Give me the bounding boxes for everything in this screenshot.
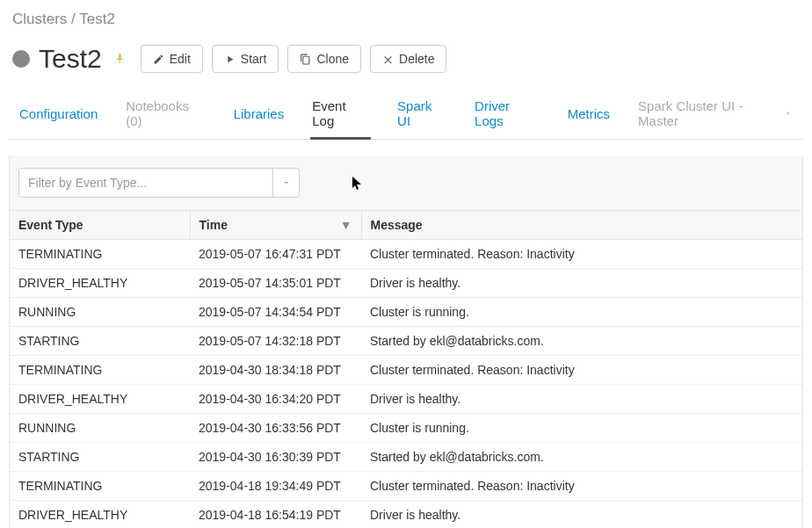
cell-event-type: STARTING	[10, 443, 190, 472]
chevron-down-icon	[281, 177, 292, 188]
cell-time: 2019-05-07 14:35:01 PDT	[190, 269, 361, 298]
col-event-type[interactable]: Event Type	[10, 211, 190, 240]
cell-time: 2019-04-30 16:30:39 PDT	[190, 443, 361, 472]
table-row[interactable]: TERMINATING2019-04-30 18:34:18 PDTCluste…	[10, 356, 802, 385]
clone-label: Clone	[316, 52, 349, 66]
tab-libraries[interactable]: Libraries	[232, 99, 286, 133]
tab-configuration[interactable]: Configuration	[18, 99, 99, 133]
tab-notebooks[interactable]: Notebooks (0)	[124, 91, 207, 140]
cell-message: Cluster is running.	[361, 414, 802, 443]
col-time[interactable]: Time ▼	[190, 211, 361, 240]
pin-icon[interactable]	[114, 52, 127, 67]
tab-metrics[interactable]: Metrics	[566, 99, 612, 133]
cell-time: 2019-04-30 16:33:56 PDT	[190, 414, 361, 443]
cell-time: 2019-05-07 14:32:18 PDT	[190, 327, 361, 356]
cell-message: Started by ekl@databricks.com.	[361, 327, 802, 356]
breadcrumb-root[interactable]: Clusters	[12, 11, 67, 27]
close-icon	[382, 54, 394, 65]
cluster-name: Test2	[39, 44, 102, 74]
tabs: Configuration Notebooks (0) Libraries Ev…	[9, 91, 803, 140]
cell-event-type: DRIVER_HEALTHY	[10, 501, 190, 529]
edit-button[interactable]: Edit	[141, 45, 203, 73]
tab-spark-cluster-ui-label: Spark Cluster UI - Master	[638, 98, 780, 128]
cell-event-type: TERMINATING	[10, 472, 190, 501]
delete-label: Delete	[399, 52, 434, 66]
cell-message: Cluster terminated. Reason: Inactivity	[361, 240, 802, 269]
cell-time: 2019-05-07 16:47:31 PDT	[190, 240, 361, 269]
table-row[interactable]: STARTING2019-05-07 14:32:18 PDTStarted b…	[10, 327, 802, 356]
mouse-cursor-icon	[352, 177, 363, 193]
cell-message: Started by ekl@databricks.com.	[361, 443, 802, 472]
cluster-status-dot-icon	[12, 50, 30, 68]
breadcrumb-sep: /	[67, 11, 79, 27]
start-button[interactable]: Start	[212, 45, 279, 73]
cell-message: Driver is healthy.	[361, 501, 802, 529]
event-log-panel: Event Type Time ▼ Message TERMINATING201…	[9, 156, 803, 528]
col-message-label: Message	[371, 218, 423, 232]
panel-toolbar	[10, 156, 802, 211]
cell-event-type: TERMINATING	[10, 356, 190, 385]
cell-message: Cluster terminated. Reason: Inactivity	[361, 356, 802, 385]
breadcrumb: Clusters / Test2	[12, 11, 803, 28]
col-message[interactable]: Message	[361, 211, 802, 240]
col-event-type-label: Event Type	[18, 218, 83, 232]
cell-event-type: TERMINATING	[10, 240, 190, 269]
table-row[interactable]: STARTING2019-04-30 16:30:39 PDTStarted b…	[10, 443, 802, 472]
cell-event-type: DRIVER_HEALTHY	[10, 385, 190, 414]
table-row[interactable]: TERMINATING2019-05-07 16:47:31 PDTCluste…	[10, 240, 802, 269]
cell-message: Cluster terminated. Reason: Inactivity	[361, 472, 802, 501]
cell-event-type: RUNNING	[10, 298, 190, 327]
clone-icon	[300, 54, 311, 65]
tab-spark-cluster-ui[interactable]: Spark Cluster UI - Master	[636, 91, 794, 140]
tab-event-log[interactable]: Event Log	[310, 91, 371, 140]
cell-message: Driver is healthy.	[361, 385, 802, 414]
table-row[interactable]: TERMINATING2019-04-18 19:34:49 PDTCluste…	[10, 472, 802, 501]
event-log-table: Event Type Time ▼ Message TERMINATING201…	[10, 211, 802, 528]
tab-spark-ui[interactable]: Spark UI	[395, 91, 448, 140]
play-icon	[224, 54, 236, 65]
cell-time: 2019-04-18 16:54:19 PDT	[190, 501, 361, 529]
table-row[interactable]: RUNNING2019-04-30 16:33:56 PDTCluster is…	[10, 414, 802, 443]
cell-time: 2019-05-07 14:34:54 PDT	[190, 298, 361, 327]
delete-button[interactable]: Delete	[370, 45, 446, 73]
sort-desc-icon: ▼	[340, 218, 352, 232]
filter-event-type[interactable]	[18, 168, 300, 198]
cell-time: 2019-04-18 19:34:49 PDT	[190, 472, 361, 501]
col-time-label: Time	[199, 218, 228, 232]
filter-dropdown-toggle[interactable]	[272, 169, 299, 197]
table-row[interactable]: RUNNING2019-05-07 14:34:54 PDTCluster is…	[10, 298, 802, 327]
tab-driver-logs[interactable]: Driver Logs	[473, 91, 541, 140]
cell-event-type: STARTING	[10, 327, 190, 356]
cell-event-type: DRIVER_HEALTHY	[10, 269, 190, 298]
table-row[interactable]: DRIVER_HEALTHY2019-04-18 16:54:19 PDTDri…	[10, 501, 802, 529]
clone-button[interactable]: Clone	[287, 45, 361, 73]
cell-message: Driver is healthy.	[361, 269, 802, 298]
cell-time: 2019-04-30 16:34:20 PDT	[190, 385, 361, 414]
title-row: Test2 Edit Start Clone Delete	[12, 44, 803, 74]
pencil-icon	[153, 54, 164, 65]
breadcrumb-current: Test2	[79, 11, 115, 27]
cell-event-type: RUNNING	[10, 414, 190, 443]
cell-message: Cluster is running.	[361, 298, 802, 327]
table-row[interactable]: DRIVER_HEALTHY2019-05-07 14:35:01 PDTDri…	[10, 269, 802, 298]
filter-input[interactable]	[19, 169, 272, 197]
table-row[interactable]: DRIVER_HEALTHY2019-04-30 16:34:20 PDTDri…	[10, 385, 802, 414]
cell-time: 2019-04-30 18:34:18 PDT	[190, 356, 361, 385]
edit-label: Edit	[170, 52, 191, 66]
start-label: Start	[241, 52, 267, 66]
caret-down-icon	[784, 109, 793, 118]
